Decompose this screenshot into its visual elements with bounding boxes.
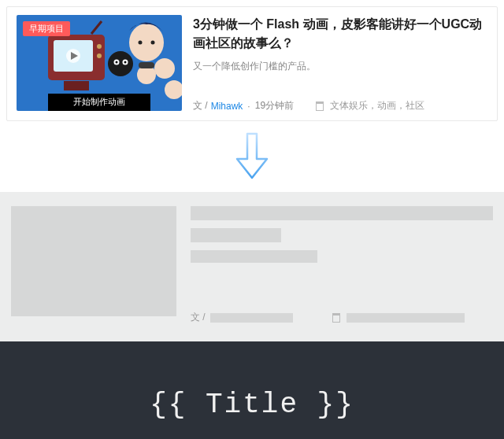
svg-point-11	[154, 58, 175, 79]
arrow-down-icon	[234, 132, 270, 181]
skeleton-thumb	[11, 206, 176, 316]
skeleton-title-line-2	[191, 228, 281, 242]
card-body: 3分钟做一个 Flash 动画，皮影客能讲好一个UGC动画社区的故事么？ 又一个…	[193, 15, 487, 113]
meta-sep: ·	[247, 101, 250, 112]
skeleton-card: 文 /	[0, 192, 504, 341]
category-list: 文体娱乐，动画，社区	[330, 99, 424, 113]
category-icon	[316, 101, 324, 111]
svg-point-7	[116, 61, 118, 64]
publish-time: 19分钟前	[255, 99, 294, 113]
skeleton-category-pill	[346, 313, 465, 323]
transform-arrow	[0, 121, 504, 192]
skeleton-author-pill	[210, 313, 293, 323]
article-card[interactable]: 早期项目 开始制作动画 3分钟做一个 Flash 动画，皮影客能讲好一个UGC动…	[6, 6, 498, 121]
svg-point-17	[97, 44, 102, 49]
skeleton-category-icon	[332, 313, 340, 323]
skeleton-meta: 文 /	[191, 311, 493, 324]
skeleton-desc-line	[191, 250, 317, 263]
skeleton-meta-prefix: 文 /	[191, 311, 206, 324]
svg-point-2	[139, 41, 143, 45]
skeleton-title-line-1	[191, 206, 493, 220]
svg-point-3	[151, 41, 155, 45]
svg-rect-10	[139, 62, 154, 68]
article-description: 又一个降低创作门槛的产品。	[193, 59, 487, 73]
template-code-strip: {{ Title }}	[0, 341, 504, 439]
article-meta: 文 / Mihawk · 19分钟前 文体娱乐，动画，社区	[193, 99, 487, 113]
svg-point-8	[124, 61, 127, 64]
thumb-caption: 开始制作动画	[48, 94, 150, 111]
template-expression: {{ Title }}	[150, 389, 354, 421]
article-thumbnail: 早期项目 开始制作动画	[17, 15, 182, 111]
svg-point-1	[129, 24, 164, 61]
svg-point-18	[97, 53, 102, 58]
svg-point-4	[108, 51, 133, 76]
svg-rect-21	[64, 81, 89, 90]
tag-badge: 早期项目	[23, 21, 70, 36]
article-title[interactable]: 3分钟做一个 Flash 动画，皮影客能讲好一个UGC动画社区的故事么？	[193, 15, 487, 53]
skeleton-body: 文 /	[191, 206, 493, 324]
meta-prefix: 文 /	[193, 99, 208, 113]
author-link[interactable]: Mihawk	[211, 101, 243, 112]
